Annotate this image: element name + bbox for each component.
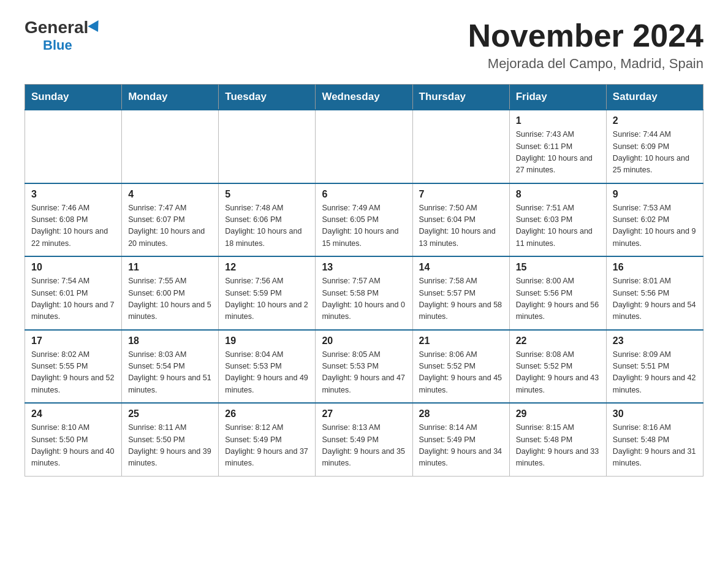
- day-number: 16: [613, 262, 697, 273]
- day-number: 19: [225, 335, 309, 347]
- day-info: Sunrise: 8:09 AMSunset: 5:51 PMDaylight:…: [613, 349, 697, 397]
- day-info: Sunrise: 7:43 AMSunset: 6:11 PMDaylight:…: [516, 129, 600, 177]
- calendar-table: SundayMondayTuesdayWednesdayThursdayFrid…: [25, 84, 703, 477]
- day-info: Sunrise: 7:57 AMSunset: 5:58 PMDaylight:…: [322, 275, 406, 323]
- calendar-cell: 21Sunrise: 8:06 AMSunset: 5:52 PMDayligh…: [412, 330, 509, 404]
- calendar-cell: 9Sunrise: 7:53 AMSunset: 6:02 PMDaylight…: [606, 183, 703, 257]
- day-number: 8: [516, 189, 600, 200]
- day-number: 4: [128, 189, 212, 200]
- day-info: Sunrise: 7:58 AMSunset: 5:57 PMDaylight:…: [419, 275, 503, 323]
- day-number: 20: [322, 335, 406, 347]
- day-number: 1: [516, 115, 600, 126]
- week-row-3: 10Sunrise: 7:54 AMSunset: 6:01 PMDayligh…: [25, 256, 703, 330]
- calendar-cell: 3Sunrise: 7:46 AMSunset: 6:08 PMDaylight…: [25, 183, 122, 257]
- calendar-cell: 20Sunrise: 8:05 AMSunset: 5:53 PMDayligh…: [316, 330, 412, 404]
- day-info: Sunrise: 8:14 AMSunset: 5:49 PMDaylight:…: [419, 422, 503, 470]
- weekday-header-sunday: Sunday: [25, 85, 122, 110]
- calendar-cell: 5Sunrise: 7:48 AMSunset: 6:06 PMDaylight…: [219, 183, 316, 257]
- day-number: 29: [516, 408, 600, 419]
- day-number: 18: [128, 335, 212, 347]
- calendar-cell: 17Sunrise: 8:02 AMSunset: 5:55 PMDayligh…: [25, 330, 122, 404]
- day-number: 10: [31, 262, 115, 273]
- day-number: 27: [322, 408, 406, 419]
- day-info: Sunrise: 7:50 AMSunset: 6:04 PMDaylight:…: [419, 202, 503, 250]
- calendar-cell: 7Sunrise: 7:50 AMSunset: 6:04 PMDaylight…: [412, 183, 509, 257]
- day-info: Sunrise: 8:06 AMSunset: 5:52 PMDaylight:…: [419, 349, 503, 397]
- day-number: 30: [613, 408, 697, 419]
- calendar-cell: [412, 110, 509, 183]
- day-info: Sunrise: 7:46 AMSunset: 6:08 PMDaylight:…: [31, 202, 115, 250]
- day-number: 26: [225, 408, 309, 419]
- calendar-cell: 27Sunrise: 8:13 AMSunset: 5:49 PMDayligh…: [316, 403, 412, 476]
- calendar-cell: 4Sunrise: 7:47 AMSunset: 6:07 PMDaylight…: [122, 183, 219, 257]
- calendar-cell: 24Sunrise: 8:10 AMSunset: 5:50 PMDayligh…: [25, 403, 122, 476]
- day-info: Sunrise: 8:12 AMSunset: 5:49 PMDaylight:…: [225, 422, 309, 470]
- logo-triangle-icon: [88, 20, 104, 35]
- logo: General Blue: [25, 18, 102, 53]
- weekday-header-monday: Monday: [122, 85, 219, 110]
- day-number: 2: [613, 115, 697, 126]
- calendar-cell: 1Sunrise: 7:43 AMSunset: 6:11 PMDaylight…: [509, 110, 606, 183]
- weekday-header-row: SundayMondayTuesdayWednesdayThursdayFrid…: [25, 85, 703, 110]
- calendar-cell: 15Sunrise: 8:00 AMSunset: 5:56 PMDayligh…: [509, 256, 606, 330]
- calendar-cell: [25, 110, 122, 183]
- location-subtitle: Mejorada del Campo, Madrid, Spain: [468, 56, 703, 72]
- day-info: Sunrise: 8:15 AMSunset: 5:48 PMDaylight:…: [516, 422, 600, 470]
- calendar-cell: 19Sunrise: 8:04 AMSunset: 5:53 PMDayligh…: [219, 330, 316, 404]
- day-number: 21: [419, 335, 503, 347]
- calendar-cell: 28Sunrise: 8:14 AMSunset: 5:49 PMDayligh…: [412, 403, 509, 476]
- logo-blue-text: Blue: [43, 37, 72, 53]
- calendar-cell: 18Sunrise: 8:03 AMSunset: 5:54 PMDayligh…: [122, 330, 219, 404]
- calendar-cell: [316, 110, 412, 183]
- day-info: Sunrise: 7:49 AMSunset: 6:05 PMDaylight:…: [322, 202, 406, 250]
- logo-general-text: General: [25, 18, 88, 37]
- weekday-header-friday: Friday: [509, 85, 606, 110]
- day-number: 17: [31, 335, 115, 347]
- calendar-cell: [122, 110, 219, 183]
- day-info: Sunrise: 7:47 AMSunset: 6:07 PMDaylight:…: [128, 202, 212, 250]
- day-number: 23: [613, 335, 697, 347]
- day-number: 24: [31, 408, 115, 419]
- calendar-cell: 23Sunrise: 8:09 AMSunset: 5:51 PMDayligh…: [606, 330, 703, 404]
- day-info: Sunrise: 8:05 AMSunset: 5:53 PMDaylight:…: [322, 349, 406, 397]
- day-info: Sunrise: 7:54 AMSunset: 6:01 PMDaylight:…: [31, 275, 115, 323]
- weekday-header-wednesday: Wednesday: [316, 85, 412, 110]
- day-number: 22: [516, 335, 600, 347]
- day-info: Sunrise: 8:16 AMSunset: 5:48 PMDaylight:…: [613, 422, 697, 470]
- day-number: 28: [419, 408, 503, 419]
- calendar-cell: 22Sunrise: 8:08 AMSunset: 5:52 PMDayligh…: [509, 330, 606, 404]
- calendar-cell: 26Sunrise: 8:12 AMSunset: 5:49 PMDayligh…: [219, 403, 316, 476]
- calendar-cell: 29Sunrise: 8:15 AMSunset: 5:48 PMDayligh…: [509, 403, 606, 476]
- calendar-cell: 25Sunrise: 8:11 AMSunset: 5:50 PMDayligh…: [122, 403, 219, 476]
- week-row-2: 3Sunrise: 7:46 AMSunset: 6:08 PMDaylight…: [25, 183, 703, 257]
- month-title: November 2024: [468, 18, 703, 53]
- calendar-cell: 2Sunrise: 7:44 AMSunset: 6:09 PMDaylight…: [606, 110, 703, 183]
- page-header: General Blue November 2024 Mejorada del …: [25, 18, 703, 72]
- day-number: 12: [225, 262, 309, 273]
- week-row-1: 1Sunrise: 7:43 AMSunset: 6:11 PMDaylight…: [25, 110, 703, 183]
- calendar-cell: 14Sunrise: 7:58 AMSunset: 5:57 PMDayligh…: [412, 256, 509, 330]
- calendar-cell: 6Sunrise: 7:49 AMSunset: 6:05 PMDaylight…: [316, 183, 412, 257]
- weekday-header-tuesday: Tuesday: [219, 85, 316, 110]
- day-info: Sunrise: 7:55 AMSunset: 6:00 PMDaylight:…: [128, 275, 212, 323]
- day-number: 7: [419, 189, 503, 200]
- day-info: Sunrise: 7:51 AMSunset: 6:03 PMDaylight:…: [516, 202, 600, 250]
- day-number: 9: [613, 189, 697, 200]
- calendar-cell: 13Sunrise: 7:57 AMSunset: 5:58 PMDayligh…: [316, 256, 412, 330]
- day-info: Sunrise: 8:02 AMSunset: 5:55 PMDaylight:…: [31, 349, 115, 397]
- day-number: 25: [128, 408, 212, 419]
- day-number: 3: [31, 189, 115, 200]
- day-info: Sunrise: 8:04 AMSunset: 5:53 PMDaylight:…: [225, 349, 309, 397]
- day-number: 14: [419, 262, 503, 273]
- day-number: 15: [516, 262, 600, 273]
- calendar-cell: [219, 110, 316, 183]
- title-block: November 2024 Mejorada del Campo, Madrid…: [468, 18, 703, 72]
- calendar-cell: 11Sunrise: 7:55 AMSunset: 6:00 PMDayligh…: [122, 256, 219, 330]
- day-info: Sunrise: 7:56 AMSunset: 5:59 PMDaylight:…: [225, 275, 309, 323]
- day-info: Sunrise: 8:01 AMSunset: 5:56 PMDaylight:…: [613, 275, 697, 323]
- day-info: Sunrise: 7:48 AMSunset: 6:06 PMDaylight:…: [225, 202, 309, 250]
- weekday-header-thursday: Thursday: [412, 85, 509, 110]
- calendar-cell: 10Sunrise: 7:54 AMSunset: 6:01 PMDayligh…: [25, 256, 122, 330]
- day-number: 13: [322, 262, 406, 273]
- calendar-cell: 16Sunrise: 8:01 AMSunset: 5:56 PMDayligh…: [606, 256, 703, 330]
